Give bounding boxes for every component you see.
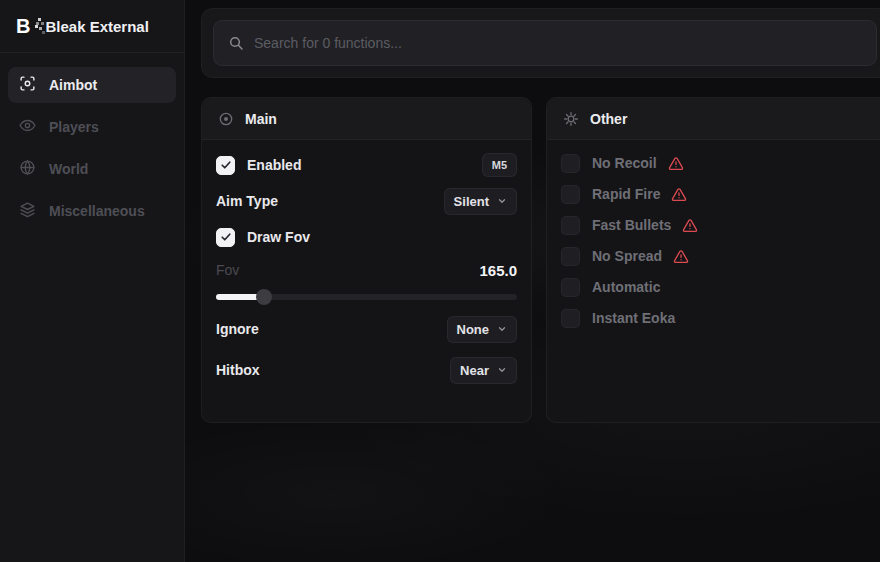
sidebar-item-label: World xyxy=(49,161,88,177)
toggle-row: Rapid Fire xyxy=(561,183,874,205)
draw-fov-checkbox[interactable] xyxy=(216,228,235,247)
content-area: Main Enabled M5 Aim Type Silent xyxy=(185,0,880,562)
sidebar-item-label: Aimbot xyxy=(49,77,97,93)
panel-other-body: No Recoil Rapid Fire xyxy=(547,140,880,329)
chevron-down-icon xyxy=(497,196,507,206)
hitbox-value: Near xyxy=(460,363,489,378)
aim-type-row: Aim Type Silent xyxy=(216,188,517,214)
toggle-label: Instant Eoka xyxy=(592,310,675,326)
sidebar-item-label: Miscellaneous xyxy=(49,203,145,219)
enabled-label: Enabled xyxy=(247,157,301,173)
panel-main-body: Enabled M5 Aim Type Silent D xyxy=(202,140,531,383)
toggle-label: Fast Bullets xyxy=(592,217,671,233)
panel-main: Main Enabled M5 Aim Type Silent xyxy=(201,97,532,423)
fov-row: Fov 165.0 xyxy=(216,260,517,280)
target-icon xyxy=(218,111,234,127)
toggle-checkbox[interactable] xyxy=(561,216,580,235)
layers-icon xyxy=(19,201,36,221)
panel-main-header: Main xyxy=(202,98,531,140)
chevron-down-icon xyxy=(497,365,507,375)
fov-label: Fov xyxy=(216,262,239,278)
app-logo: B xyxy=(16,16,29,36)
draw-fov-label: Draw Fov xyxy=(247,229,310,245)
sidebar: B Bleak External Aimbot Players xyxy=(0,0,185,562)
search-bar xyxy=(201,8,880,78)
check-icon xyxy=(220,159,232,171)
toggle-label: Rapid Fire xyxy=(592,186,660,202)
toggle-checkbox[interactable] xyxy=(561,185,580,204)
sidebar-item-players[interactable]: Players xyxy=(8,109,176,145)
ignore-dropdown[interactable]: None xyxy=(447,316,518,343)
sidebar-item-label: Players xyxy=(49,119,99,135)
hitbox-label: Hitbox xyxy=(216,362,260,378)
warning-icon xyxy=(671,187,687,202)
warning-icon xyxy=(673,249,689,264)
toggle-checkbox[interactable] xyxy=(561,247,580,266)
toggle-row: Automatic xyxy=(561,276,874,298)
toggle-row: Fast Bullets xyxy=(561,214,874,236)
chevron-down-icon xyxy=(497,324,507,334)
panel-title: Main xyxy=(245,111,277,127)
sidebar-item-miscellaneous[interactable]: Miscellaneous xyxy=(8,193,176,229)
search-icon xyxy=(228,35,244,51)
panel-title: Other xyxy=(590,111,627,127)
ignore-label: Ignore xyxy=(216,321,259,337)
aim-type-dropdown[interactable]: Silent xyxy=(444,188,517,215)
keybind-button[interactable]: M5 xyxy=(482,153,517,177)
toggle-checkbox[interactable] xyxy=(561,309,580,328)
toggle-label: No Recoil xyxy=(592,155,657,171)
sidebar-item-aimbot[interactable]: Aimbot xyxy=(8,67,176,103)
slider-thumb[interactable] xyxy=(256,289,272,305)
sidebar-item-world[interactable]: World xyxy=(8,151,176,187)
sidebar-header: B Bleak External xyxy=(0,0,184,53)
fov-value: 165.0 xyxy=(479,262,517,279)
toggle-row: Instant Eoka xyxy=(561,307,874,329)
toggle-checkbox[interactable] xyxy=(561,278,580,297)
fov-slider[interactable] xyxy=(216,289,517,305)
search-input-wrap xyxy=(213,20,877,66)
warning-icon xyxy=(682,218,698,233)
warning-icon xyxy=(668,156,684,171)
crosshair-icon xyxy=(19,75,36,95)
globe-icon xyxy=(19,159,36,179)
aim-type-value: Silent xyxy=(454,194,489,209)
panel-other-header: Other xyxy=(547,98,880,140)
enabled-checkbox[interactable] xyxy=(216,156,235,175)
sidebar-nav: Aimbot Players World Mi xyxy=(0,53,184,249)
eye-icon xyxy=(19,117,36,137)
aim-type-label: Aim Type xyxy=(216,193,278,209)
draw-fov-row: Draw Fov xyxy=(216,224,517,250)
ignore-value: None xyxy=(457,322,490,337)
toggle-row: No Recoil xyxy=(561,152,874,174)
enabled-row: Enabled M5 xyxy=(216,152,517,178)
toggle-label: No Spread xyxy=(592,248,662,264)
check-icon xyxy=(220,231,232,243)
search-input[interactable] xyxy=(254,35,862,51)
toggle-row: No Spread xyxy=(561,245,874,267)
hitbox-dropdown[interactable]: Near xyxy=(450,357,517,384)
toggle-label: Automatic xyxy=(592,279,660,295)
gear-icon xyxy=(563,111,579,127)
app-title: Bleak External xyxy=(45,18,148,35)
hitbox-row: Hitbox Near xyxy=(216,357,517,383)
ignore-row: Ignore None xyxy=(216,316,517,342)
toggle-checkbox[interactable] xyxy=(561,154,580,173)
panel-other: Other No Recoil xyxy=(546,97,880,423)
